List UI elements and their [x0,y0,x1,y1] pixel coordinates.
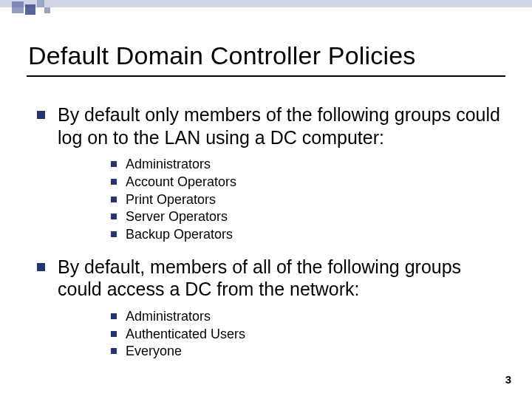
title-underline [27,75,505,77]
square-icon [25,4,35,15]
bullet-list: By default only members of the following… [35,103,501,361]
list-item: Authenticated Users [109,326,501,344]
list-item: Administrators [109,308,501,326]
list-item-text: Server Operators [126,209,228,224]
list-item: Print Operators [109,191,501,209]
header-band [0,0,532,7]
list-item-text: Backup Operators [126,227,233,242]
square-icon [12,1,24,13]
list-item-text: Print Operators [126,192,216,207]
list-item-text: By default only members of the following… [58,104,500,148]
page-number: 3 [505,373,511,386]
list-item-text: Administrators [126,157,211,171]
list-item: Everyone [109,343,501,361]
slide-content: By default only members of the following… [35,103,501,372]
list-item-text: By default, members of all of the follow… [58,256,461,300]
list-item: Backup Operators [109,226,501,244]
list-item-text: Account Operators [126,174,236,189]
list-item: By default, members of all of the follow… [35,256,501,361]
square-icon [37,0,44,7]
list-item-text: Everyone [126,344,182,358]
list-item-text: Authenticated Users [126,327,245,341]
list-item: Account Operators [109,174,501,191]
bullet-sublist: Administrators Authenticated Users Every… [109,308,501,361]
slide-title: Default Domain Controller Policies [28,41,416,70]
list-item-text: Administrators [126,309,211,324]
bullet-sublist: Administrators Account Operators Print O… [109,156,501,244]
list-item: Administrators [109,156,501,174]
list-item: Server Operators [109,208,501,226]
square-icon [44,7,50,13]
header-decoration [0,0,532,30]
list-item: By default only members of the following… [35,103,501,244]
slide: Default Domain Controller Policies By de… [0,0,532,399]
